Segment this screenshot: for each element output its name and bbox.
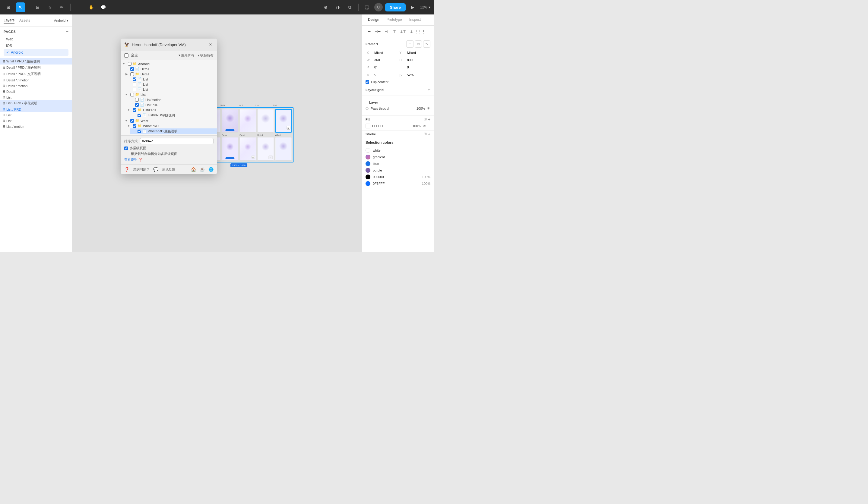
align-bottom-icon[interactable]: ⊥ xyxy=(408,28,415,35)
tree-list-checked[interactable]: 📄 List xyxy=(125,76,217,82)
frame-thumb-b3[interactable] xyxy=(222,137,238,161)
frame-thumb-4[interactable] xyxy=(239,109,256,133)
y-input[interactable] xyxy=(406,50,424,55)
page-ios[interactable]: iOS xyxy=(4,42,69,49)
multilevel-checkbox[interactable] xyxy=(124,147,128,150)
canvas[interactable]: 🦅 Heron Handoff (Developer VM) × 全选 ▾ 展开… xyxy=(72,14,362,252)
component-icon[interactable]: ⧉ xyxy=(345,2,355,12)
tree-what-prd-color[interactable]: 📄 What/PRD/颜色说明 xyxy=(130,128,217,134)
avatar[interactable]: U xyxy=(374,3,383,11)
tree-list-prd-field[interactable]: 📄 List/PRD/字段说明 xyxy=(130,113,217,118)
layer-list[interactable]: ⊞ List xyxy=(0,94,72,100)
color-swatch-purple[interactable] xyxy=(365,168,370,173)
distribute-icon[interactable]: ⋮⋮⋮ xyxy=(416,28,423,35)
tree-what-prd-folder[interactable]: ▾ 📁 What/PRD xyxy=(125,123,217,128)
corner-input[interactable] xyxy=(406,64,424,70)
text-tool[interactable]: T xyxy=(74,2,84,12)
layer-detail-prd-interact[interactable]: ⊞ Detail / PRD / 交互说明 xyxy=(0,71,72,77)
align-center-h-icon[interactable]: ⊣⊢ xyxy=(374,28,381,35)
h-input[interactable] xyxy=(406,57,424,63)
frame-thumb-5[interactable] xyxy=(257,109,274,133)
frame-thumb-b4[interactable]: ▣ xyxy=(239,137,256,161)
layout-grid-add-button[interactable]: + xyxy=(428,87,430,93)
fill-add-button[interactable]: + xyxy=(428,117,430,122)
page-web[interactable]: Web xyxy=(4,36,69,42)
plugin-icon[interactable]: ⊕ xyxy=(321,2,331,12)
layer-detail-motion[interactable]: ⊞ Detail / / motion xyxy=(0,77,72,83)
tree-list-unchecked[interactable]: 📄 List xyxy=(125,82,217,87)
layer-what-prd[interactable]: ⊞ What / PRD / 颜色说明 xyxy=(0,58,72,64)
select-tool[interactable]: ↖ xyxy=(16,2,25,12)
tab-layers[interactable]: Layers xyxy=(4,17,14,24)
sort-select[interactable]: 0-9/A-Z A-Z/0-9 自定义 xyxy=(140,138,214,144)
select-all-checkbox[interactable] xyxy=(124,53,128,57)
zoom-indicator[interactable]: 12% ▾ xyxy=(420,5,430,9)
color-swatch-white[interactable] xyxy=(365,148,370,153)
frame-portrait-icon[interactable]: □ xyxy=(406,40,413,48)
tab-inspect[interactable]: Inspect xyxy=(407,14,423,25)
frame-thumb-b6[interactable] xyxy=(275,137,292,161)
visibility-icon[interactable]: 👁 xyxy=(427,106,430,111)
x-input[interactable] xyxy=(373,50,391,55)
frame-tool[interactable]: ⊟ xyxy=(33,2,42,12)
layer-detail[interactable]: ⊞ Detail xyxy=(0,88,72,94)
extra2-input[interactable] xyxy=(406,72,424,78)
star-tool[interactable]: ☆ xyxy=(45,2,54,12)
tree-what-folder[interactable]: ▾ 📁 What xyxy=(123,118,217,123)
headphone-icon[interactable]: 🎧 xyxy=(362,2,372,12)
rotation-input[interactable] xyxy=(373,64,391,70)
feedback-label[interactable]: 意见反馈 xyxy=(162,167,175,172)
tree-list-folder[interactable]: ▾ 📁 List xyxy=(123,92,217,97)
color-swatch-gradient[interactable] xyxy=(365,155,370,159)
tree-list-prd-folder[interactable]: ▾ 📁 List/PRD xyxy=(125,107,217,113)
layer-detail-motion2[interactable]: ⊞ Detail / motion xyxy=(0,83,72,88)
w-input[interactable] xyxy=(373,57,391,63)
home-icon[interactable]: 🏠 xyxy=(191,167,196,172)
color-swatch-cyan[interactable] xyxy=(365,181,370,186)
frame-thumb-b5[interactable]: ⚙ xyxy=(257,137,274,161)
fill-expand-icon[interactable]: ⊞ xyxy=(424,117,427,122)
align-right-icon[interactable]: ⊣ xyxy=(382,28,390,35)
layer-detail-prd-color[interactable]: ⊞ Detail / PRD / 颜色说明 xyxy=(0,64,72,71)
page-android[interactable]: ✓ Android xyxy=(4,49,69,56)
modal-close-button[interactable]: × xyxy=(207,42,214,48)
pen-tool[interactable]: ✏ xyxy=(57,2,67,12)
stroke-add-button[interactable]: + xyxy=(428,132,430,137)
layer-list-motion[interactable]: ⊞ List / motion xyxy=(0,124,72,129)
tab-assets[interactable]: Assets xyxy=(19,17,30,24)
tab-prototype[interactable]: Prototype xyxy=(384,14,404,25)
align-center-v-icon[interactable]: ⊥⊤ xyxy=(399,28,406,35)
layer-list3[interactable]: ⊞ List xyxy=(0,118,72,124)
tree-android[interactable]: ▾ 📁 Android xyxy=(121,61,217,66)
globe-icon[interactable]: 🌐 xyxy=(208,167,214,172)
tree-detail-folder[interactable]: ▶ 📁 Detail xyxy=(123,72,217,76)
expand-all-button[interactable]: ▾ 展开所有 xyxy=(178,53,194,57)
theme-icon[interactable]: ◑ xyxy=(333,2,343,12)
frame-landscape-icon[interactable]: ▭ xyxy=(415,40,422,48)
color-swatch-blue[interactable] xyxy=(365,161,370,166)
align-top-icon[interactable]: ⊤ xyxy=(391,28,398,35)
tab-design[interactable]: Design xyxy=(365,14,382,25)
problem-icon[interactable]: ❓ xyxy=(124,167,130,172)
frame-thumb-3[interactable] xyxy=(222,109,238,133)
blend-mode-select[interactable]: Pass through xyxy=(370,106,415,111)
stroke-expand-icon[interactable]: ⊞ xyxy=(424,132,427,137)
clip-content-checkbox[interactable] xyxy=(365,80,369,84)
fill-swatch[interactable] xyxy=(365,124,370,128)
problem-label[interactable]: 遇到问题？ xyxy=(133,167,149,172)
color-swatch-black[interactable] xyxy=(365,175,370,179)
layer-list-prd-field[interactable]: ⊞ List / PRD / 字段说明 xyxy=(0,100,72,106)
fill-visibility-icon[interactable]: 👁 xyxy=(423,124,426,128)
tree-detail-file[interactable]: 📄 Detail xyxy=(123,66,217,72)
pages-add-button[interactable]: + xyxy=(66,29,69,34)
hand-tool[interactable]: ✋ xyxy=(86,2,96,12)
extra1-input[interactable] xyxy=(373,72,391,78)
feedback-icon[interactable]: 💬 xyxy=(153,167,158,172)
share-button[interactable]: Share xyxy=(385,3,406,11)
tree-list-unchecked2[interactable]: 📄 List xyxy=(125,87,217,92)
tree-list-motion[interactable]: 📄 List/motion xyxy=(128,97,217,102)
fill-remove-button[interactable]: − xyxy=(428,124,430,128)
layer-list2[interactable]: ⊞ List xyxy=(0,112,72,118)
frame-thumb-6[interactable]: ▣ xyxy=(275,109,292,133)
collapse-all-button[interactable]: ▴ 收起所有 xyxy=(198,53,214,57)
